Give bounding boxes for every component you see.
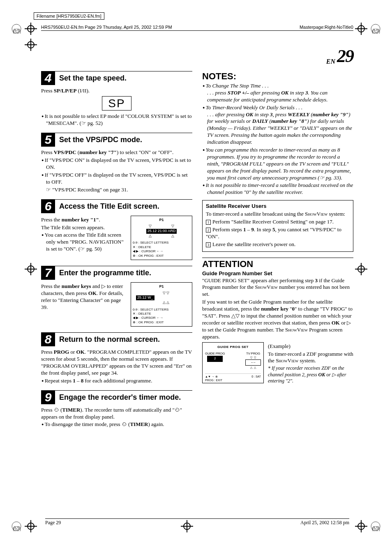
step-title: Access the Title Edit screen. [59,202,159,211]
figure-label: P1 [133,218,190,223]
step-7-instruction: Press the number keys and ▷ to enter cha… [41,283,127,311]
step-8: 8 Return to the normal screen. Press PRO… [41,332,192,384]
crop-mark-icon [25,263,37,275]
step-5: 5 Set the VPS/PDC mode. Press VPS/PDC (n… [41,133,192,193]
figure-legend: ✕ : DELETE [133,245,190,249]
filename-box: Filename [HRS7950EU2-EN.fm] [34,12,104,20]
page-number-value: 29 [337,46,353,66]
crop-mark-icon [25,39,37,51]
attention-heading: ATTENTION [202,258,353,269]
footer-right: April 25, 2002 12:58 pm [300,520,349,526]
step-number: 7 [41,266,55,280]
step-9: 9 Engage the recorder's timer mode. Pres… [41,390,192,428]
registration-spiral-icon [371,521,380,531]
step-title: Set the tape speed. [59,74,127,83]
attention-subheading: Guide Program Number Set [202,270,353,276]
registration-spiral-icon [12,521,21,531]
satellite-intro: To timer-record a satellite broadcast us… [206,211,350,218]
step-number: 8 [41,332,55,346]
guide-fig-legend-right: 0 : SAT [251,375,261,382]
example-text: To timer-record a ZDF programme with the… [268,351,353,365]
figure-legend: ◀ ▶ : CURSOR ←→ [133,316,190,320]
note-4: It is not possible to timer-record a sat… [202,182,353,196]
title-entry-screen-figure: P1 ▽ ▽ 25.12 W_ △ △ 0-9 : SELECT LETTERS… [131,282,192,327]
header-bar: HRS7950EU2-EN.fm Page 29 Thursday, April… [41,25,353,31]
figure-legend: 0-9 : SELECT LETTERS [133,308,190,312]
footer-bar: Page 29 April 25, 2002 12:58 pm [45,518,349,526]
figure-legend: ⊗ : OK PROG : EXIT [133,320,190,325]
step-9-instruction: Press ⏲ (TIMER). The recorder turns off … [41,407,192,421]
step-6-instruction-1: Press the number key "1". [41,216,127,223]
satellite-item-1: 1Perform "Satellite Receiver Control Set… [206,219,350,226]
figure-legend: ⊗ : OK PROG : EXIT [133,254,190,258]
crop-mark-icon [25,23,37,35]
registration-spiral-icon [12,24,21,34]
step-4: 4 Set the tape speed. Press SP/LP/EP (I/… [41,71,192,127]
crop-mark-icon [355,23,367,35]
step-number: 6 [41,199,55,213]
guide-fig-tp-label: TV PROG [245,352,261,356]
guide-fig-legend-left: ▲▼ → ⊗ PROG : EXIT [205,375,222,382]
figure-line: 25.12 21:00 ARD [146,229,177,234]
step-6-bullet: You can access the Title Edit screen onl… [41,232,127,253]
guide-fig-title: GUIDE PROG SET [205,345,261,349]
step-5-instruction: Press VPS/PDC (number key "7") to select… [41,149,192,156]
note-2: To Timer-Record Weekly Or Daily Serials … [202,104,353,146]
crop-mark-icon [25,520,37,532]
step-6-instruction-2: The Title Edit screen appears. [41,224,127,231]
step-title: Set the VPS/PDC mode. [59,136,142,144]
step-title: Enter the programme title. [59,269,151,277]
crop-mark-icon [355,263,367,275]
note-3: You can programme this recorder to timer… [202,147,353,181]
figure-legend: ◀ ▶ : CURSOR ←→ [133,249,190,253]
step-8-instruction: Press PROG or OK. "PROGRAM COMPLETED" ap… [41,349,192,377]
step-4-instruction: Press SP/LP/EP (I/II). [41,88,192,94]
satellite-item-3: 3Leave the satellite receiver's power on… [206,241,350,248]
example-note: * If your recorder receives ZDF on the c… [268,365,353,385]
step-4-bullet: It is not possible to select EP mode if … [41,113,192,127]
satellite-users-box: Satellite Receiver Users To timer-record… [202,200,353,251]
guide-fig-tp-value: – – [245,359,261,365]
figure-legend: 0-9 : SELECT LETTERS [133,241,190,245]
example-heading: (Example) [268,343,353,350]
page-number: EN 29 [41,47,353,65]
step-9-bullet: To disengage the timer mode, press ⏲ (TI… [41,421,192,428]
step-7: 7 Enter the programme title. Press the n… [41,266,192,327]
title-edit-screen-figure: P1 ▽ ▽ 25.12 21:00 ARD △ △ 0-9 : SELECT … [131,216,192,260]
note-1: To Change The Stop Time . . . . . . pres… [202,83,353,104]
guide-prog-figure: GUIDE PROG SET GUIDE PROG 2 TV PROG ▽ ▽ … [202,342,264,384]
step-title: Engage the recorder's timer mode. [59,393,181,402]
left-column: 4 Set the tape speed. Press SP/LP/EP (I/… [41,71,192,434]
step-5-bullet-1: If "VPS/PDC ON" is displayed on the TV s… [41,157,192,171]
step-5-ref: ☞ "VPS/PDC Recording" on page 31. [41,187,192,193]
notes-heading: NOTES: [202,71,353,82]
step-title: Return to the normal screen. [59,335,160,344]
guide-fig-gp-label: GUIDE PROG [205,352,225,356]
step-number: 5 [41,133,55,147]
step-8-bullet: Repeat steps 1 – 8 for each additional p… [41,378,192,385]
guide-fig-gp-value: 2 [207,356,223,362]
footer-left: Page 29 [45,520,61,526]
satellite-item-2: 2Perform steps 1 – 9. In step 5, you can… [206,226,350,240]
step-6: 6 Access the Title Edit screen. Press th… [41,199,192,260]
step-5-bullet-2: If "VPS/PDC OFF" is displayed on the TV … [41,172,192,186]
figure-label: P1 [133,284,190,289]
header-right: Masterpage:Right-NoTitle0 [300,25,353,30]
figure-line: 25.12 W_ [136,295,154,300]
step-number: 9 [41,390,55,404]
attention-p2: If you want to set the Guide Program num… [202,299,353,340]
sp-display-icon: SP [102,96,131,111]
header-left: HRS7950EU2-EN.fm Page 29 Thursday, April… [41,25,172,30]
page-number-en: EN [326,58,335,65]
step-number: 4 [41,71,55,85]
registration-spiral-icon [371,24,380,34]
attention-p1: "GUIDE PROG SET" appears after performin… [202,277,353,298]
figure-legend: ✕ : DELETE [133,312,190,316]
satellite-heading: Satellite Receiver Users [206,203,350,210]
right-column: NOTES: To Change The Stop Time . . . . .… [202,71,353,434]
crop-mark-icon [355,520,367,532]
